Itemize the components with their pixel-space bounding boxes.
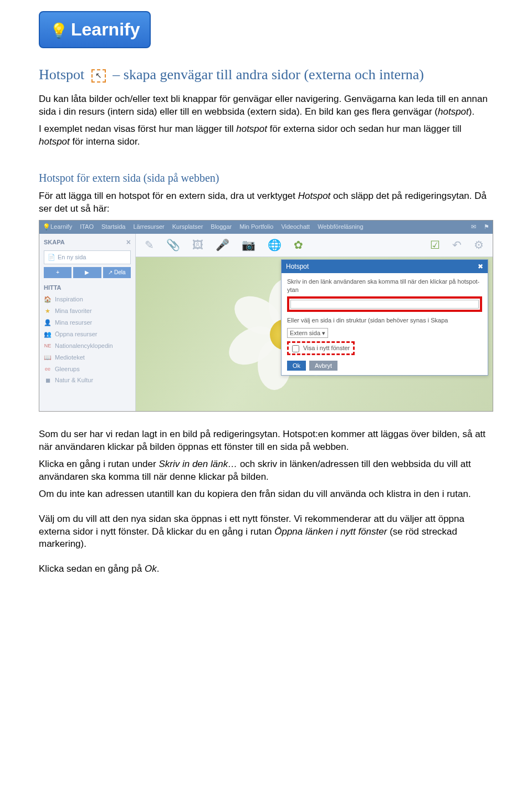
sidebar-item[interactable]: 👤Mina resurser [44,317,131,329]
play-button[interactable]: ▶ [73,267,101,278]
dialog-header: Hotspot ✖ [282,260,488,273]
link-input-highlight [287,296,482,312]
mic-icon[interactable]: 🎤 [216,238,229,253]
checkbox-label: Visa i nytt fönster [303,345,350,351]
nav-item[interactable]: Videochatt [281,223,310,231]
nav-item[interactable]: ITAO [80,223,94,231]
new-window-checkbox[interactable] [292,345,299,352]
camera-icon[interactable]: 📷 [242,238,255,253]
page-icon: 📄 [48,253,55,261]
after-paragraph-1: Som du ser har vi redan lagt in en bild … [39,428,493,454]
nav-item[interactable]: Lärresurser [133,223,164,231]
check-icon[interactable]: ☑ [430,238,440,253]
dialog-close-icon[interactable]: ✖ [478,262,483,271]
attach-icon[interactable]: 📎 [166,238,180,253]
home-icon: 🏠 [44,295,52,304]
ee-icon: ee [44,366,52,372]
dialog-label-struct: Eller välj en sida i din struktur (sidan… [287,316,482,325]
hitta-header: HITTA [44,284,131,292]
sidebar-item[interactable]: 📖Medioteket [44,352,131,363]
sidebar: SKAPA × 📄 En ny sida + ▶ ↗ Dela HITTA 🏠I… [39,234,136,411]
globe-icon[interactable]: 🌐 [268,238,282,253]
skapa-header: SKAPA × [44,237,131,248]
user-icon: 👤 [44,319,52,327]
users-icon: 👥 [44,330,52,338]
sidebar-item[interactable]: 👥Öppna resurser [44,329,131,340]
puzzle-icon[interactable]: ✿ [294,238,303,253]
nav-item[interactable]: Kursplatser [172,223,203,231]
nav-item[interactable]: Min Portfolio [239,223,273,231]
top-nav: 💡Learnify ITAO Startsida Lärresurser Kur… [39,220,493,234]
cancel-button[interactable]: Avbryt [309,361,337,371]
sidebar-item[interactable]: ★Mina favoriter [44,305,131,317]
page-select[interactable]: Extern sida ▾ [287,328,328,338]
bulb-icon: 💡 [50,21,68,40]
app-screenshot: 💡Learnify ITAO Startsida Lärresurser Kur… [39,220,493,412]
new-page-input[interactable]: 📄 En ny sida [44,250,131,264]
ok-button[interactable]: Ok [287,361,306,371]
book-icon: 📖 [44,353,52,362]
nav-item[interactable]: Bloggar [211,223,232,231]
intro-paragraph-2: I exemplet nedan visas först hur man läg… [39,123,493,148]
share-button[interactable]: ↗ Dela [103,267,131,278]
gear-icon[interactable]: ⚙ [474,238,484,253]
after-paragraph-2: Klicka en gång i rutan under Skriv in de… [39,458,493,484]
nav-item[interactable]: Webbföreläsning [318,223,363,231]
hotspot-dialog: Hotspot ✖ Skriv in den länk användaren s… [281,259,488,376]
sidebar-item[interactable]: ◼Natur & Kultur [44,375,131,386]
learnify-logo: 💡Learnify [39,11,151,48]
page-title: Hotspot ↖ – skapa genvägar till andra si… [39,65,493,84]
intro-paragraph-1: Du kan låta bilder och/eller text bli kn… [39,93,493,119]
link-input[interactable] [290,300,479,309]
pencil-icon[interactable]: ✎ [145,238,154,253]
image-icon[interactable]: 🖼 [192,238,203,253]
nav-item[interactable]: Startsida [101,223,125,231]
subtitle-paragraph: För att lägga till en hotspot för en ext… [39,190,493,216]
section-subtitle: Hotspot för extern sida (sida på webben) [39,171,493,186]
ne-icon: NE [44,342,52,349]
mail-icon[interactable]: ✉ [471,223,476,231]
after-paragraph-4: Välj om du vill att den nya sidan ska öp… [39,513,493,551]
add-button[interactable]: + [44,267,71,278]
dialog-label-link: Skriv in den länk användaren ska komma t… [287,278,482,294]
flag-icon[interactable]: ⚑ [484,223,489,231]
main-area: ✎ 📎 🖼 🎤 📷 🌐 ✿ ☑ ↶ ⚙ [136,234,493,411]
square-icon: ◼ [44,376,52,384]
after-paragraph-3: Om du inte kan adressen utantill kan du … [39,488,493,501]
sidebar-item[interactable]: NENationalencyklopedin [44,340,131,352]
close-icon[interactable]: × [126,237,131,248]
editor-toolbar: ✎ 📎 🖼 🎤 📷 🌐 ✿ ☑ ↶ ⚙ [136,234,493,257]
star-icon: ★ [44,307,52,315]
sidebar-item[interactable]: 🏠Inspiration [44,294,131,305]
nav-brand: 💡Learnify [43,223,72,231]
undo-icon[interactable]: ↶ [452,238,462,253]
sidebar-item[interactable]: eeGleerups [44,363,131,375]
checkbox-highlight: Visa i nytt fönster [287,341,355,355]
after-paragraph-5: Klicka sedan en gång på Ok. [39,563,493,576]
hotspot-icon: ↖ [91,69,106,83]
